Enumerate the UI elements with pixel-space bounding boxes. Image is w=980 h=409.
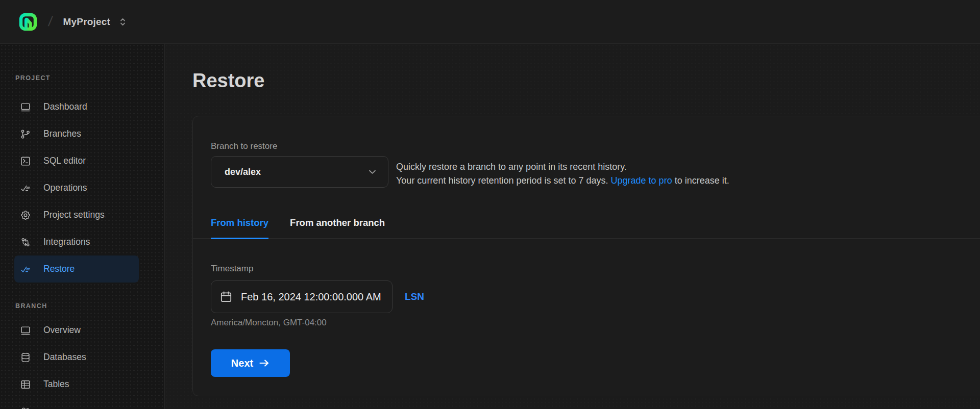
branch-select-label: Branch to restore: [211, 141, 968, 151]
sidebar-item-sql-editor[interactable]: SQL editor: [14, 147, 139, 174]
sidebar-item-overview[interactable]: Overview: [14, 317, 139, 344]
calendar-icon: [219, 290, 233, 303]
tables-icon: [20, 379, 31, 390]
integrations-icon: [20, 237, 31, 248]
description-line2-text: Your current history retention period is…: [396, 175, 611, 186]
dashboard-icon: [20, 101, 31, 113]
upgrade-to-pro-link[interactable]: Upgrade to pro: [611, 175, 672, 186]
restore-tabs: From history From another branch: [193, 217, 980, 239]
sidebar-item-label: SQL editor: [43, 156, 86, 166]
sidebar-item-label: Dashboard: [43, 101, 87, 112]
sidebar-item-operations[interactable]: Operations: [14, 174, 139, 201]
sidebar-item-label: Operations: [43, 183, 87, 193]
sidebar-item-label: Branches: [43, 129, 81, 139]
chevron-down-icon: [369, 169, 376, 174]
sidebar-item-dashboard[interactable]: Dashboard: [14, 93, 139, 120]
sidebar-item-label: Restore: [43, 264, 75, 274]
branch-select[interactable]: dev/alex: [211, 156, 388, 188]
branches-icon: [20, 129, 31, 140]
sidebar-item-label: Tables: [43, 379, 69, 390]
sidebar-section-branch: BRANCH: [0, 302, 164, 310]
project-selector-label[interactable]: MyProject: [63, 16, 111, 28]
tab-from-another-branch[interactable]: From another branch: [290, 217, 385, 239]
top-header: / MyProject: [0, 0, 980, 44]
arrow-right-icon: [259, 359, 270, 367]
next-button[interactable]: Next: [211, 349, 290, 377]
sidebar: PROJECT Dashboard Branches SQL editor Op…: [0, 44, 165, 409]
sidebar-item-branches[interactable]: Branches: [14, 120, 139, 147]
timestamp-input[interactable]: Feb 16, 2024 12:00:00.000 AM: [211, 280, 393, 313]
lsn-link[interactable]: LSN: [405, 291, 424, 302]
sidebar-item-databases[interactable]: Databases: [14, 344, 139, 371]
timestamp-value: Feb 16, 2024 12:00:00.000 AM: [241, 291, 381, 303]
restore-card: Branch to restore dev/alex Quickly resto…: [192, 116, 980, 396]
branch-select-value: dev/alex: [225, 167, 261, 177]
main-content: Restore Branch to restore dev/alex Quick…: [165, 44, 980, 409]
sidebar-item-tables[interactable]: Tables: [14, 371, 139, 398]
sidebar-item-label: Databases: [43, 352, 86, 363]
neon-logo-icon[interactable]: [19, 13, 37, 31]
timestamp-label: Timestamp: [211, 264, 968, 274]
sidebar-item-project-settings[interactable]: Project settings: [14, 201, 139, 228]
sidebar-item-partial[interactable]: [14, 398, 139, 409]
description-line1: Quickly restore a branch to any point in…: [396, 160, 729, 174]
tab-from-history[interactable]: From history: [211, 217, 268, 239]
sidebar-section-project: PROJECT: [0, 74, 164, 82]
sidebar-item-partial-icon: [20, 406, 31, 409]
sidebar-item-integrations[interactable]: Integrations: [14, 228, 139, 255]
sql-editor-icon: [20, 156, 31, 167]
operations-icon: [20, 183, 31, 194]
restore-icon: [20, 264, 31, 275]
description-line2-tail: to increase it.: [672, 175, 729, 186]
next-button-label: Next: [231, 357, 253, 369]
restore-description: Quickly restore a branch to any point in…: [396, 156, 729, 187]
description-line2: Your current history retention period is…: [396, 174, 729, 188]
page-title: Restore: [192, 69, 980, 93]
sidebar-item-restore[interactable]: Restore: [14, 255, 139, 283]
sidebar-item-label: Overview: [43, 325, 81, 336]
databases-icon: [20, 352, 31, 363]
breadcrumb-separator: /: [47, 14, 54, 30]
project-selector-unfold-icon[interactable]: [119, 17, 127, 27]
timestamp-section: Timestamp Feb 16, 2024 12:00:00.000 AM L…: [193, 239, 980, 377]
timezone-note: America/Moncton, GMT-04:00: [211, 318, 968, 328]
overview-icon: [20, 325, 31, 336]
settings-gear-icon: [20, 210, 31, 221]
sidebar-item-label: Project settings: [43, 210, 105, 220]
sidebar-item-label: Integrations: [43, 237, 90, 247]
